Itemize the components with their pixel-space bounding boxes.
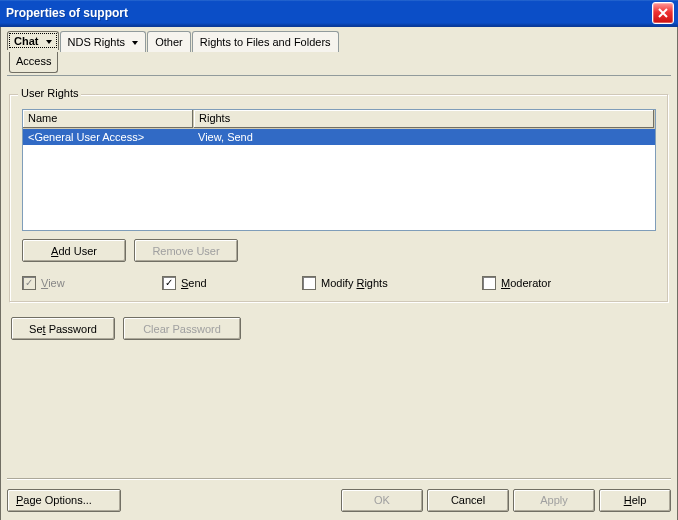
- user-rights-group: User Rights Name Rights <General User Ac…: [9, 94, 669, 303]
- tab-strip: Chat NDS Rights Other Rights to Files an…: [7, 31, 671, 76]
- checkbox-moderator-box[interactable]: [482, 276, 496, 290]
- chevron-down-icon: [132, 41, 138, 45]
- checkbox-moderator-label: Moderator: [501, 277, 551, 289]
- ok-button: OK: [341, 489, 423, 512]
- user-rights-table[interactable]: Name Rights <General User Access> View, …: [22, 109, 656, 231]
- dialog-button-bar: Page Options... OK Cancel Apply Help: [7, 479, 671, 514]
- clear-password-button: Clear Password: [123, 317, 241, 340]
- tab-chat-label: Chat: [14, 35, 38, 47]
- checkbox-modify-rights[interactable]: Modify Rights: [302, 276, 482, 290]
- tab-rights-files-folders-label: Rights to Files and Folders: [200, 36, 331, 48]
- checkbox-modify-rights-box[interactable]: [302, 276, 316, 290]
- checkbox-send[interactable]: ✓ Send: [162, 276, 302, 290]
- cancel-button[interactable]: Cancel: [427, 489, 509, 512]
- checkbox-send-label: Send: [181, 277, 207, 289]
- tab-nds-rights[interactable]: NDS Rights: [60, 31, 147, 52]
- tab-rights-files-folders[interactable]: Rights to Files and Folders: [192, 31, 339, 52]
- tab-other[interactable]: Other: [147, 31, 191, 52]
- tab-nds-rights-label: NDS Rights: [68, 36, 125, 48]
- close-icon: [658, 8, 668, 18]
- remove-user-button: Remove User: [134, 239, 238, 262]
- checkbox-modify-rights-label: Modify Rights: [321, 277, 388, 289]
- tab-chat[interactable]: Chat: [7, 31, 59, 50]
- window-title: Properties of support: [6, 6, 652, 20]
- cell-rights: View, Send: [193, 130, 655, 144]
- title-bar: Properties of support: [0, 0, 678, 27]
- checkbox-send-box[interactable]: ✓: [162, 276, 176, 290]
- table-row[interactable]: <General User Access> View, Send: [23, 129, 655, 145]
- user-rights-legend: User Rights: [18, 87, 81, 99]
- add-user-button[interactable]: Add User: [22, 239, 126, 262]
- table-header: Name Rights: [23, 110, 655, 129]
- close-button[interactable]: [652, 2, 674, 24]
- subtab-access: Access: [9, 52, 58, 73]
- checkbox-view: ✓ View: [22, 276, 162, 290]
- page-options-button[interactable]: Page Options...: [7, 489, 121, 512]
- tab-other-label: Other: [155, 36, 183, 48]
- cell-name: <General User Access>: [23, 130, 193, 144]
- checkbox-view-box: ✓: [22, 276, 36, 290]
- column-rights[interactable]: Rights: [194, 110, 655, 128]
- checkbox-view-label: View: [41, 277, 65, 289]
- help-button[interactable]: Help: [599, 489, 671, 512]
- subtab-access-label: Access: [16, 55, 51, 67]
- apply-button: Apply: [513, 489, 595, 512]
- checkbox-moderator[interactable]: Moderator: [482, 276, 551, 290]
- set-password-button[interactable]: Set Password: [11, 317, 115, 340]
- chevron-down-icon: [46, 40, 52, 44]
- column-name[interactable]: Name: [23, 110, 194, 128]
- client-area: Chat NDS Rights Other Rights to Files an…: [0, 27, 678, 520]
